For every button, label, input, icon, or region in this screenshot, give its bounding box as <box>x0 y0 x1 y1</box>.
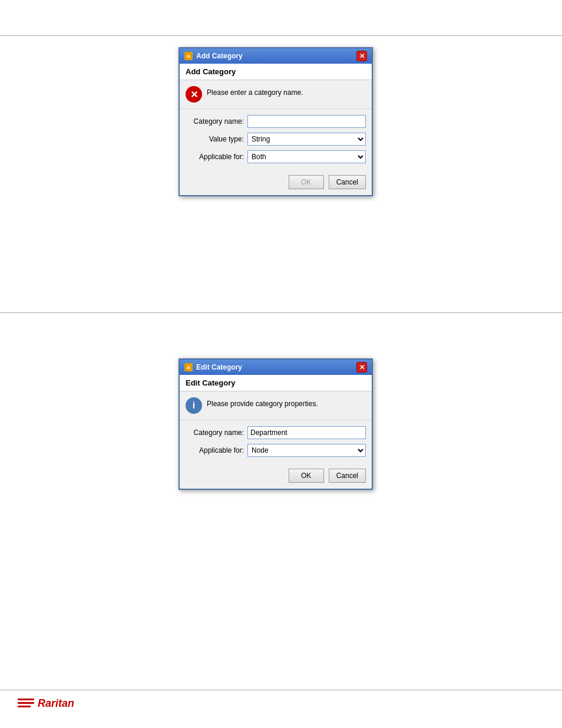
category-name-label: Category name: <box>186 117 247 126</box>
edit-category-titlebar: A Edit Category ✕ <box>180 360 372 375</box>
edit-applicable-for-select[interactable]: Node Both Port <box>247 444 366 457</box>
category-name-row: Category name: <box>186 115 366 128</box>
edit-applicable-for-label: Applicable for: <box>186 446 247 454</box>
edit-category-name-input[interactable] <box>247 426 366 439</box>
add-category-message-area: ✕ Please enter a category name. <box>180 80 372 109</box>
add-category-buttons: OK Cancel <box>180 172 372 195</box>
edit-category-section-header: Edit Category <box>180 375 372 391</box>
add-category-dialog: A Add Category ✕ Add Category ✕ Please e… <box>178 47 373 196</box>
value-type-label: Value type: <box>186 135 247 143</box>
edit-category-name-row: Category name: <box>186 426 366 439</box>
category-name-input[interactable] <box>247 115 366 128</box>
value-type-select[interactable]: String <box>247 133 366 146</box>
applicable-for-label: Applicable for: <box>186 153 247 161</box>
titlebar-left: A Add Category <box>184 52 243 60</box>
svg-rect-5 <box>18 702 34 704</box>
edit-titlebar-left: A Edit Category <box>184 363 242 371</box>
edit-category-ok-button[interactable]: OK <box>289 469 324 483</box>
add-category-titlebar: A Add Category ✕ <box>180 48 372 64</box>
edit-category-cancel-button[interactable]: Cancel <box>329 469 366 483</box>
page-container: A Add Category ✕ Add Category ✕ Please e… <box>0 0 562 728</box>
applicable-for-row: Applicable for: Both Node Port <box>186 150 366 163</box>
add-category-cancel-button[interactable]: Cancel <box>329 175 366 189</box>
svg-rect-6 <box>18 706 31 707</box>
raritan-logo-svg <box>18 696 35 710</box>
edit-applicable-for-row: Applicable for: Node Both Port <box>186 444 366 457</box>
svg-rect-4 <box>18 699 34 700</box>
svg-text:A: A <box>187 54 190 59</box>
info-icon: i <box>186 397 202 414</box>
middle-divider <box>0 312 562 313</box>
edit-category-name-label: Category name: <box>186 429 247 437</box>
edit-category-buttons: OK Cancel <box>180 465 372 489</box>
add-category-form: Category name: Value type: String Applic… <box>180 109 372 172</box>
applicable-for-select[interactable]: Both Node Port <box>247 150 366 163</box>
edit-app-icon: A <box>184 363 193 371</box>
raritan-logo: Raritan <box>18 696 74 710</box>
bottom-divider <box>0 690 562 690</box>
close-icon: ✕ <box>359 52 365 60</box>
add-category-close-button[interactable]: ✕ <box>356 51 367 61</box>
app-icon: A <box>184 52 193 60</box>
edit-category-title: Edit Category <box>196 363 242 371</box>
edit-category-message: Please provide category properties. <box>207 397 318 408</box>
add-category-message: Please enter a category name. <box>207 86 303 97</box>
edit-category-form: Category name: Applicable for: Node Both… <box>180 420 372 465</box>
add-category-section-header: Add Category <box>180 64 372 80</box>
add-category-title: Add Category <box>196 52 243 60</box>
add-category-ok-button[interactable]: OK <box>289 175 324 189</box>
value-type-row: Value type: String <box>186 133 366 146</box>
top-divider <box>0 35 562 36</box>
error-icon: ✕ <box>186 86 202 103</box>
edit-category-dialog: A Edit Category ✕ Edit Category i Please… <box>178 358 373 490</box>
raritan-logo-text: Raritan <box>38 697 74 710</box>
edit-category-message-area: i Please provide category properties. <box>180 391 372 420</box>
raritan-logo-symbol <box>18 696 35 710</box>
edit-close-icon: ✕ <box>359 364 365 371</box>
svg-text:A: A <box>187 365 190 370</box>
edit-category-close-button[interactable]: ✕ <box>356 362 367 373</box>
